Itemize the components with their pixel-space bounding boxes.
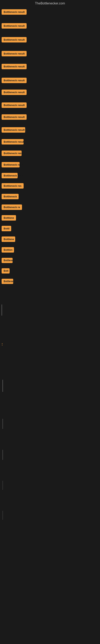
bar-marker <box>2 380 3 392</box>
list-item: Bottleneck re <box>1 202 99 213</box>
list-item: Bottleneck <box>1 192 99 202</box>
colon-marker: : <box>1 341 99 347</box>
list-item: Bottleneck result <box>1 100 99 112</box>
bottleneck-badge[interactable]: Bottleneck result <box>1 127 25 132</box>
bottleneck-list: Bottleneck result Bottleneck result Bott… <box>0 7 100 287</box>
list-item: Bottlene <box>1 276 99 287</box>
list-item: Bott <box>1 266 99 276</box>
list-item: Bottlen <box>1 245 99 256</box>
bottleneck-badge[interactable]: Bottleneck result <box>1 114 27 120</box>
bottom-block-4 <box>1 478 99 492</box>
bottom-block-1 <box>1 377 99 394</box>
list-item: Bottleneck res <box>1 181 99 192</box>
list-item: Bottleneck result <box>1 75 99 87</box>
list-item: Bottleneck result <box>1 112 99 125</box>
list-item: Bottleneck result <box>1 137 99 148</box>
bottleneck-badge[interactable]: Bottleneck result <box>1 23 27 28</box>
bar-marker-3 <box>2 450 3 460</box>
site-title: TheBottlenecker.com <box>0 0 100 7</box>
list-item: Bottleneck result <box>1 7 99 21</box>
list-item: Bottlene <box>1 234 99 245</box>
bottleneck-badge[interactable]: Bottleneck result <box>1 51 27 56</box>
bottleneck-badge[interactable]: Bottl <box>1 226 11 231</box>
bottom-section: : <box>0 291 100 524</box>
bottom-block-5 <box>1 508 99 522</box>
bottleneck-badge[interactable]: Bottleneck re <box>1 204 22 210</box>
vertical-line-marker <box>1 304 2 316</box>
bottleneck-badge[interactable]: Bottleneck <box>1 194 19 199</box>
bottleneck-badge[interactable]: Bottleneck result <box>1 162 20 168</box>
list-item: Bottleneck result <box>1 62 99 75</box>
bottleneck-badge[interactable]: Bottlene <box>1 236 15 242</box>
bottleneck-badge[interactable]: Bottleneck result <box>1 150 22 156</box>
list-item: Bottl <box>1 224 99 234</box>
bottleneck-badge[interactable]: Bottlen <box>1 247 14 252</box>
list-item: Bottleneck result <box>1 87 99 100</box>
list-item: Bottleneck result <box>1 34 99 48</box>
bottleneck-badge[interactable]: Bottleneck result <box>1 173 18 178</box>
bottleneck-badge[interactable]: Bottleneck result <box>1 37 27 42</box>
list-item: Bottleneck result <box>1 170 99 181</box>
bottleneck-badge[interactable]: Bottleneck <box>1 258 13 263</box>
bottom-block-2 <box>1 416 99 431</box>
list-item: Bottleneck result <box>1 125 99 137</box>
list-item: Bottleneck result <box>1 21 99 34</box>
list-item: Bottleneck <box>1 256 99 266</box>
bottleneck-badge[interactable]: Bottlene <box>1 215 16 220</box>
bar-marker-4 <box>2 481 3 490</box>
bottleneck-badge[interactable]: Bottlene <box>1 279 13 284</box>
list-item: Bottleneck result <box>1 160 99 170</box>
bar-marker-5 <box>2 511 3 520</box>
bottom-block-3 <box>1 448 99 462</box>
bottleneck-badge[interactable]: Bottleneck result <box>1 139 24 144</box>
list-item: Bottlene <box>1 213 99 224</box>
bar-marker-2 <box>2 419 3 429</box>
bottleneck-badge[interactable]: Bottleneck result <box>1 102 27 108</box>
bottleneck-badge[interactable]: Bottleneck result <box>1 78 27 83</box>
site-title-container: TheBottlenecker.com <box>0 0 100 7</box>
bottleneck-badge[interactable]: Bottleneck result <box>1 9 27 15</box>
list-item: Bottleneck result <box>1 148 99 160</box>
bottleneck-badge[interactable]: Bott <box>1 268 10 274</box>
list-item: Bottleneck result <box>1 48 99 62</box>
bottleneck-badge[interactable]: Bottleneck result <box>1 64 27 69</box>
bottleneck-badge[interactable]: Bottleneck result <box>1 90 27 95</box>
bottleneck-badge[interactable]: Bottleneck res <box>1 183 24 188</box>
